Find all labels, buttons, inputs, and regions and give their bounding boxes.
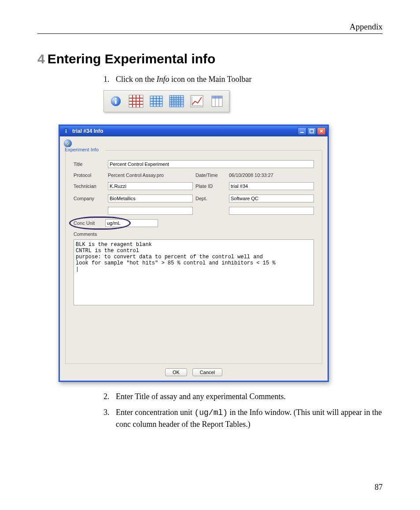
step-3-text: Enter concentration unit (ug/ml) in the … bbox=[116, 407, 383, 430]
grid-blue-large-icon bbox=[169, 95, 184, 107]
table-icon bbox=[211, 95, 223, 107]
extra-right-input[interactable] bbox=[229, 207, 314, 215]
dept-input[interactable] bbox=[229, 194, 314, 202]
protocol-value: Percent Control Assay.pro bbox=[108, 172, 193, 178]
svg-rect-38 bbox=[66, 131, 66, 133]
minimize-button[interactable] bbox=[298, 127, 306, 135]
comments-label: Comments bbox=[74, 231, 314, 237]
close-icon bbox=[319, 129, 324, 133]
cancel-button[interactable]: Cancel bbox=[192, 368, 222, 376]
plateid-input[interactable] bbox=[229, 182, 314, 190]
datetime-value: 06/10/2008 10:33:27 bbox=[229, 172, 314, 178]
minimize-icon bbox=[300, 129, 304, 133]
window-title: trial #34 Info bbox=[72, 128, 298, 134]
grid-blue-small-icon-button[interactable] bbox=[147, 92, 166, 110]
maximize-button[interactable] bbox=[307, 127, 316, 135]
step-1-text: Click on the Info icon on the Main Toolb… bbox=[116, 73, 383, 85]
toolbar-figure bbox=[103, 90, 383, 112]
ok-button[interactable]: OK bbox=[165, 368, 187, 376]
title-input[interactable] bbox=[108, 160, 314, 168]
step-3-number: 3. bbox=[103, 407, 116, 430]
plateid-label: Plate ID bbox=[195, 183, 226, 189]
page-number: 87 bbox=[37, 483, 383, 492]
title-label: Title bbox=[74, 161, 105, 167]
step-list: 1. Click on the Info icon on the Main To… bbox=[103, 73, 383, 85]
info-icon-button[interactable] bbox=[107, 92, 125, 110]
info-window: trial #34 Info bbox=[59, 125, 329, 382]
section-title-text: Entering Experimental info bbox=[48, 51, 216, 66]
extra-left-input[interactable] bbox=[108, 207, 193, 215]
page: Appendix 4Entering Experimental info 1. … bbox=[0, 0, 420, 510]
grid-red-icon-button[interactable] bbox=[127, 92, 145, 110]
info-icon bbox=[110, 95, 122, 107]
step-2-text: Enter Title of assay and any experimenta… bbox=[116, 391, 383, 402]
protocol-label: Protocol bbox=[74, 172, 105, 178]
step-list-2: 2. Enter Title of assay and any experime… bbox=[103, 391, 383, 430]
datetime-label: Date/Time bbox=[195, 172, 226, 178]
section-number: 4 bbox=[37, 51, 45, 66]
svg-rect-33 bbox=[212, 96, 222, 99]
svg-rect-40 bbox=[310, 129, 313, 133]
window-info-icon bbox=[63, 128, 70, 135]
concunit-input[interactable] bbox=[105, 219, 158, 227]
grid-blue-small-icon bbox=[150, 95, 163, 107]
step-1: 1. Click on the Info icon on the Main To… bbox=[103, 73, 383, 85]
comments-textarea[interactable] bbox=[74, 239, 314, 305]
header: Appendix bbox=[37, 22, 383, 34]
technician-label: Technician bbox=[74, 183, 105, 189]
step-3: 3. Enter concentration unit (ug/ml) in t… bbox=[103, 407, 383, 430]
svg-point-37 bbox=[66, 129, 67, 131]
step-1-number: 1. bbox=[103, 73, 116, 85]
experiment-info-frame: Title Protocol Percent Control Assay.pro… bbox=[65, 150, 322, 364]
company-label: Company bbox=[74, 196, 105, 201]
toolbar bbox=[103, 90, 229, 112]
technician-input[interactable] bbox=[108, 182, 193, 190]
maximize-icon bbox=[309, 129, 314, 133]
button-row: OK Cancel bbox=[60, 367, 328, 381]
concunit-label: Conc Unit bbox=[74, 220, 105, 226]
step-2-number: 2. bbox=[103, 391, 116, 402]
company-input[interactable] bbox=[108, 194, 193, 202]
table-icon-button[interactable] bbox=[208, 92, 226, 110]
chart-icon-button[interactable] bbox=[188, 92, 206, 110]
step-2: 2. Enter Title of assay and any experime… bbox=[103, 391, 383, 402]
form-grid: Title Protocol Percent Control Assay.pro… bbox=[74, 160, 314, 227]
svg-rect-39 bbox=[300, 132, 304, 133]
grid-red-icon bbox=[129, 95, 144, 108]
svg-rect-29 bbox=[191, 95, 203, 107]
section-heading: 4Entering Experimental info bbox=[37, 51, 383, 66]
chart-icon bbox=[190, 95, 203, 107]
svg-rect-3 bbox=[115, 100, 116, 104]
header-right-text: Appendix bbox=[350, 22, 383, 32]
grid-blue-large-icon-button[interactable] bbox=[167, 92, 186, 110]
title-bar[interactable]: trial #34 Info bbox=[60, 126, 328, 136]
dept-label: Dept. bbox=[195, 196, 226, 201]
close-button[interactable] bbox=[317, 127, 326, 135]
svg-point-2 bbox=[115, 98, 117, 100]
